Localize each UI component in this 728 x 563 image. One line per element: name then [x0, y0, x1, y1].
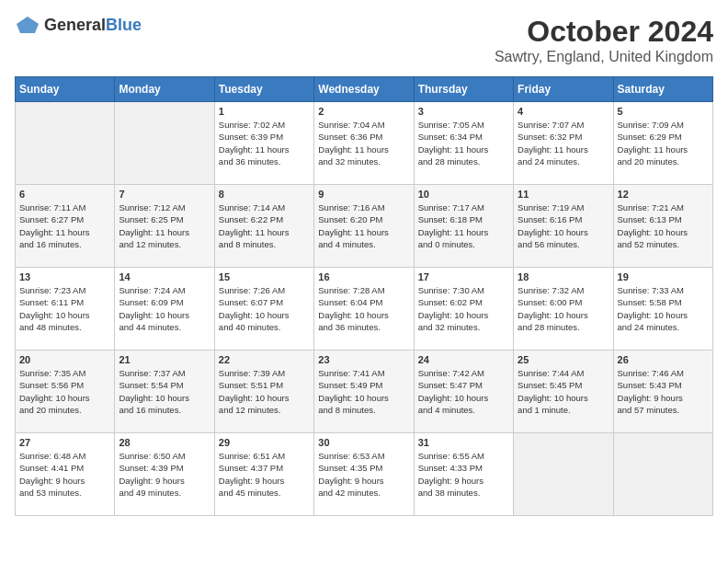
calendar-cell: 24Sunrise: 7:42 AM Sunset: 5:47 PM Dayli… [414, 350, 513, 433]
day-info: Sunrise: 7:33 AM Sunset: 5:58 PM Dayligh… [618, 284, 709, 333]
day-info: Sunrise: 7:44 AM Sunset: 5:45 PM Dayligh… [518, 367, 609, 416]
day-info: Sunrise: 7:37 AM Sunset: 5:54 PM Dayligh… [119, 367, 210, 416]
day-info: Sunrise: 7:02 AM Sunset: 6:39 PM Dayligh… [219, 119, 310, 167]
day-number: 28 [119, 437, 210, 448]
week-row-1: 1Sunrise: 7:02 AM Sunset: 6:39 PM Daylig… [16, 102, 713, 185]
calendar-cell: 2Sunrise: 7:04 AM Sunset: 6:36 PM Daylig… [314, 102, 414, 185]
day-number: 29 [219, 437, 310, 448]
calendar-cell: 13Sunrise: 7:23 AM Sunset: 6:11 PM Dayli… [16, 268, 115, 350]
header-day-saturday: Saturday [613, 77, 712, 102]
day-info: Sunrise: 7:46 AM Sunset: 5:43 PM Dayligh… [618, 367, 709, 416]
week-row-5: 27Sunrise: 6:48 AM Sunset: 4:41 PM Dayli… [16, 433, 713, 516]
calendar-cell: 5Sunrise: 7:09 AM Sunset: 6:29 PM Daylig… [613, 102, 712, 185]
calendar-cell: 3Sunrise: 7:05 AM Sunset: 6:34 PM Daylig… [414, 102, 513, 185]
day-number: 1 [219, 106, 310, 117]
calendar-cell: 14Sunrise: 7:24 AM Sunset: 6:09 PM Dayli… [115, 268, 214, 350]
day-info: Sunrise: 7:41 AM Sunset: 5:49 PM Dayligh… [318, 367, 409, 416]
calendar-cell: 26Sunrise: 7:46 AM Sunset: 5:43 PM Dayli… [613, 350, 712, 433]
day-number: 17 [418, 271, 509, 282]
header-day-monday: Monday [115, 77, 214, 102]
day-info: Sunrise: 7:35 AM Sunset: 5:56 PM Dayligh… [19, 367, 110, 416]
day-info: Sunrise: 6:51 AM Sunset: 4:37 PM Dayligh… [219, 450, 310, 499]
day-number: 3 [418, 106, 509, 117]
calendar-cell: 23Sunrise: 7:41 AM Sunset: 5:49 PM Dayli… [314, 350, 414, 433]
logo-text: General Blue [44, 16, 142, 35]
day-info: Sunrise: 7:30 AM Sunset: 6:02 PM Dayligh… [418, 284, 509, 333]
logo: General Blue [15, 15, 142, 35]
day-info: Sunrise: 7:16 AM Sunset: 6:20 PM Dayligh… [318, 201, 409, 250]
header-day-wednesday: Wednesday [314, 77, 414, 102]
calendar-cell: 31Sunrise: 6:55 AM Sunset: 4:33 PM Dayli… [414, 433, 513, 516]
svg-marker-1 [18, 18, 37, 32]
day-info: Sunrise: 6:55 AM Sunset: 4:33 PM Dayligh… [418, 450, 509, 499]
calendar-cell: 16Sunrise: 7:28 AM Sunset: 6:04 PM Dayli… [314, 268, 414, 350]
day-info: Sunrise: 7:04 AM Sunset: 6:36 PM Dayligh… [318, 119, 409, 167]
calendar-cell: 20Sunrise: 7:35 AM Sunset: 5:56 PM Dayli… [16, 350, 115, 433]
calendar-table: SundayMondayTuesdayWednesdayThursdayFrid… [15, 76, 713, 516]
day-number: 23 [318, 354, 409, 365]
day-info: Sunrise: 7:24 AM Sunset: 6:09 PM Dayligh… [119, 284, 210, 333]
day-info: Sunrise: 7:09 AM Sunset: 6:29 PM Dayligh… [618, 119, 709, 167]
calendar-cell: 29Sunrise: 6:51 AM Sunset: 4:37 PM Dayli… [214, 433, 313, 516]
calendar-title: October 2024 [495, 15, 713, 49]
day-info: Sunrise: 7:11 AM Sunset: 6:27 PM Dayligh… [19, 201, 110, 250]
day-number: 14 [119, 271, 210, 282]
calendar-cell: 15Sunrise: 7:26 AM Sunset: 6:07 PM Dayli… [214, 268, 313, 350]
calendar-cell: 18Sunrise: 7:32 AM Sunset: 6:00 PM Dayli… [514, 268, 613, 350]
header-day-thursday: Thursday [414, 77, 513, 102]
calendar-cell: 6Sunrise: 7:11 AM Sunset: 6:27 PM Daylig… [16, 185, 115, 268]
day-number: 21 [119, 354, 210, 365]
logo-icon [15, 15, 40, 35]
week-row-4: 20Sunrise: 7:35 AM Sunset: 5:56 PM Dayli… [16, 350, 713, 433]
calendar-cell: 21Sunrise: 7:37 AM Sunset: 5:54 PM Dayli… [115, 350, 214, 433]
calendar-header: SundayMondayTuesdayWednesdayThursdayFrid… [16, 77, 713, 102]
calendar-cell: 12Sunrise: 7:21 AM Sunset: 6:13 PM Dayli… [613, 185, 712, 268]
day-number: 24 [418, 354, 509, 365]
day-info: Sunrise: 7:21 AM Sunset: 6:13 PM Dayligh… [618, 201, 709, 250]
header-day-sunday: Sunday [16, 77, 115, 102]
title-block: October 2024 Sawtry, England, United Kin… [495, 15, 713, 65]
calendar-cell [16, 102, 115, 185]
week-row-2: 6Sunrise: 7:11 AM Sunset: 6:27 PM Daylig… [16, 185, 713, 268]
header-day-tuesday: Tuesday [214, 77, 313, 102]
day-info: Sunrise: 7:28 AM Sunset: 6:04 PM Dayligh… [318, 284, 409, 333]
day-number: 11 [518, 189, 609, 200]
calendar-cell: 8Sunrise: 7:14 AM Sunset: 6:22 PM Daylig… [214, 185, 313, 268]
day-info: Sunrise: 7:05 AM Sunset: 6:34 PM Dayligh… [418, 119, 509, 167]
calendar-cell [613, 433, 712, 516]
day-number: 8 [219, 189, 310, 200]
calendar-cell: 25Sunrise: 7:44 AM Sunset: 5:45 PM Dayli… [514, 350, 613, 433]
day-number: 26 [618, 354, 709, 365]
calendar-cell: 22Sunrise: 7:39 AM Sunset: 5:51 PM Dayli… [214, 350, 313, 433]
day-info: Sunrise: 6:50 AM Sunset: 4:39 PM Dayligh… [119, 450, 210, 499]
day-info: Sunrise: 7:12 AM Sunset: 6:25 PM Dayligh… [119, 201, 210, 250]
day-number: 15 [219, 271, 310, 282]
day-number: 6 [19, 189, 110, 200]
header-row: SundayMondayTuesdayWednesdayThursdayFrid… [16, 77, 713, 102]
calendar-cell: 1Sunrise: 7:02 AM Sunset: 6:39 PM Daylig… [214, 102, 313, 185]
day-info: Sunrise: 6:48 AM Sunset: 4:41 PM Dayligh… [19, 450, 110, 499]
day-info: Sunrise: 7:32 AM Sunset: 6:00 PM Dayligh… [518, 284, 609, 333]
calendar-cell: 11Sunrise: 7:19 AM Sunset: 6:16 PM Dayli… [514, 185, 613, 268]
calendar-cell: 19Sunrise: 7:33 AM Sunset: 5:58 PM Dayli… [613, 268, 712, 350]
day-number: 13 [19, 271, 110, 282]
day-number: 4 [518, 106, 609, 117]
calendar-body: 1Sunrise: 7:02 AM Sunset: 6:39 PM Daylig… [16, 102, 713, 516]
calendar-cell: 17Sunrise: 7:30 AM Sunset: 6:02 PM Dayli… [414, 268, 513, 350]
day-number: 27 [19, 437, 110, 448]
day-number: 31 [418, 437, 509, 448]
day-number: 7 [119, 189, 210, 200]
page-header: General Blue October 2024 Sawtry, Englan… [15, 15, 713, 65]
calendar-subtitle: Sawtry, England, United Kingdom [495, 49, 713, 65]
calendar-cell [115, 102, 214, 185]
calendar-cell: 27Sunrise: 6:48 AM Sunset: 4:41 PM Dayli… [16, 433, 115, 516]
day-number: 18 [518, 271, 609, 282]
day-number: 22 [219, 354, 310, 365]
week-row-3: 13Sunrise: 7:23 AM Sunset: 6:11 PM Dayli… [16, 268, 713, 350]
calendar-cell: 10Sunrise: 7:17 AM Sunset: 6:18 PM Dayli… [414, 185, 513, 268]
calendar-cell: 9Sunrise: 7:16 AM Sunset: 6:20 PM Daylig… [314, 185, 414, 268]
calendar-cell: 4Sunrise: 7:07 AM Sunset: 6:32 PM Daylig… [514, 102, 613, 185]
day-info: Sunrise: 7:26 AM Sunset: 6:07 PM Dayligh… [219, 284, 310, 333]
day-info: Sunrise: 7:17 AM Sunset: 6:18 PM Dayligh… [418, 201, 509, 250]
calendar-cell: 28Sunrise: 6:50 AM Sunset: 4:39 PM Dayli… [115, 433, 214, 516]
